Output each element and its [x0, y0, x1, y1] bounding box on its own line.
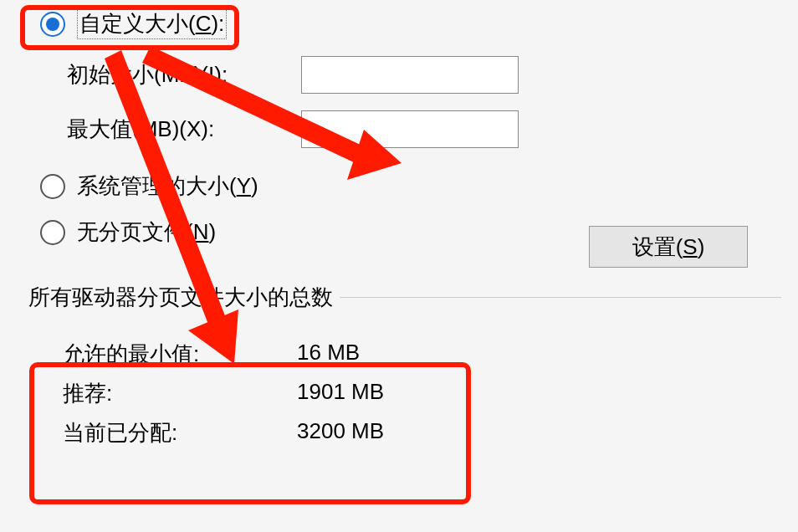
highlight-box-icon: [20, 5, 239, 50]
initial-size-input[interactable]: [301, 56, 519, 94]
radio-unchecked-icon: [40, 174, 65, 199]
group-title: 所有驱动器分页文件大小的总数: [17, 283, 340, 312]
set-button[interactable]: 设置(S): [589, 226, 748, 268]
max-size-label: 最大值(MB)(X):: [67, 115, 301, 144]
radio-system-managed-row[interactable]: 系统管理的大小(Y): [40, 171, 781, 201]
max-size-input[interactable]: [301, 110, 519, 148]
radio-system-managed-label: 系统管理的大小(Y): [77, 171, 258, 201]
radio-no-paging-label: 无分页文件(N): [77, 217, 216, 247]
radio-unchecked-icon: [40, 220, 65, 245]
initial-size-row: 初始大小(MB)(I):: [67, 56, 781, 94]
initial-size-label: 初始大小(MB)(I):: [67, 60, 301, 90]
max-size-row: 最大值(MB)(X):: [67, 110, 781, 148]
highlight-box-icon: [29, 362, 471, 504]
